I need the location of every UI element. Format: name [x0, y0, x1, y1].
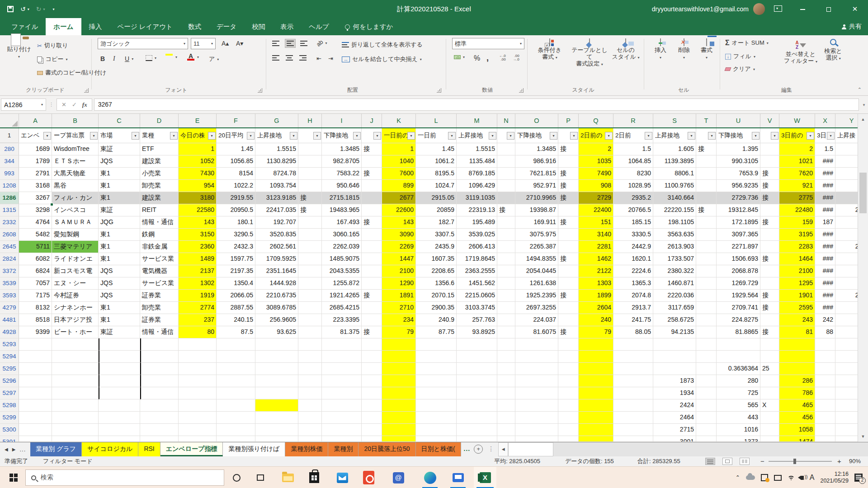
cell-B2608[interactable]: 愛知製鋼: [52, 229, 99, 241]
cell-H5297[interactable]: [298, 387, 322, 399]
number-format-combo[interactable]: 標準▾: [452, 38, 524, 49]
cell-K2824[interactable]: 1447: [382, 253, 416, 265]
cell-V4279[interactable]: 接: [760, 302, 779, 314]
cell-I3539[interactable]: 1255.872: [322, 277, 362, 290]
cell-A1315[interactable]: 3298: [19, 204, 52, 216]
cell-P5298[interactable]: [558, 399, 579, 412]
wrap-text-button[interactable]: 折り返して全体を表示する: [342, 41, 423, 49]
cell-L5300[interactable]: [416, 424, 457, 436]
cell-P5293[interactable]: [558, 338, 579, 351]
cell-W5293[interactable]: [779, 338, 815, 351]
cell-B2645[interactable]: 三菱マテリア: [52, 241, 99, 253]
cell-O5298[interactable]: [515, 399, 558, 412]
row-header-1[interactable]: 1: [0, 128, 19, 143]
cell-E2332[interactable]: 143: [179, 216, 217, 229]
cell-C3539[interactable]: JQS: [99, 277, 140, 290]
cell-S2645[interactable]: 2613.903: [653, 241, 696, 253]
filter-cell-E1[interactable]: 今日の株▾: [179, 128, 217, 143]
cell-U4279[interactable]: 2709.741: [717, 302, 760, 314]
edge-browser-button[interactable]: [420, 467, 440, 488]
cell-G1286[interactable]: 3123.9185: [255, 192, 298, 204]
cell-X4928[interactable]: 88: [815, 326, 835, 338]
cell-K5299[interactable]: [382, 412, 416, 424]
sheet-tab-4[interactable]: エンベロープ指標: [160, 442, 223, 456]
cell-J5296[interactable]: [362, 375, 382, 387]
cell-E1315[interactable]: 22580: [179, 204, 217, 216]
cell-F2608[interactable]: 3290.5: [217, 229, 255, 241]
cell-K1208[interactable]: 899: [382, 180, 416, 192]
cell-S5296[interactable]: 1873: [653, 375, 696, 387]
filter-button-A[interactable]: ▾: [43, 132, 51, 140]
cell-W4481[interactable]: 243: [779, 314, 815, 326]
cell-W5299[interactable]: 456: [779, 412, 815, 424]
cell-D5298[interactable]: [140, 399, 179, 412]
cell-N2645[interactable]: [497, 241, 515, 253]
zoom-in-icon[interactable]: +: [837, 456, 841, 466]
cell-L5301[interactable]: [416, 436, 457, 442]
clear-button[interactable]: クリア▾: [725, 65, 755, 73]
cell-C993[interactable]: 東1: [99, 168, 140, 180]
cell-D1315[interactable]: REIT: [140, 204, 179, 216]
cell-M1315[interactable]: 22319.13: [457, 204, 497, 216]
cell-B280[interactable]: WisdomTree: [52, 143, 99, 155]
column-header-F[interactable]: F: [217, 114, 255, 127]
cell-V5293[interactable]: [760, 338, 779, 351]
task-view-button[interactable]: [251, 467, 269, 488]
cell-V344[interactable]: [760, 155, 779, 168]
cell-G3593[interactable]: 2210.6735: [255, 290, 298, 302]
cell-I5297[interactable]: [322, 387, 362, 399]
cell-W5300[interactable]: 1058: [779, 424, 815, 436]
cell-N5294[interactable]: [497, 351, 515, 363]
cell-S3372[interactable]: 2380.322: [653, 265, 696, 277]
filter-button-Q[interactable]: ▾: [605, 132, 613, 140]
font-size-combo[interactable]: 11▾: [191, 38, 216, 49]
cell-G280[interactable]: 1.5515: [255, 143, 298, 155]
tab-insert[interactable]: 挿入: [81, 18, 110, 35]
filter-cell-N1[interactable]: ▾: [497, 128, 515, 143]
cell-K2645[interactable]: 2269: [382, 241, 416, 253]
cell-V1315[interactable]: [760, 204, 779, 216]
store-button[interactable]: [304, 467, 325, 488]
cell-P993[interactable]: 接: [558, 168, 579, 180]
cell-V993[interactable]: 接: [760, 168, 779, 180]
cell-L5298[interactable]: [416, 399, 457, 412]
cell-F5297[interactable]: [217, 387, 255, 399]
close-button[interactable]: ✕: [842, 0, 868, 18]
cell-L1315[interactable]: 20859: [416, 204, 457, 216]
cell-W3372[interactable]: 2100: [779, 265, 815, 277]
cell-G1315[interactable]: 22417.035: [255, 204, 298, 216]
cell-M2608[interactable]: 3539.025: [457, 229, 497, 241]
cell-U3372[interactable]: 2068.878: [717, 265, 760, 277]
filter-cell-K1[interactable]: 一日前の▾: [382, 128, 416, 143]
save-icon[interactable]: [7, 6, 14, 12]
cell-D5299[interactable]: [140, 412, 179, 424]
row-header-5301[interactable]: 5301: [0, 436, 19, 442]
cell-S5300[interactable]: 2715: [653, 424, 696, 436]
cell-H5296[interactable]: [298, 375, 322, 387]
row-header-1315[interactable]: 1315: [0, 204, 19, 216]
cell-U4928[interactable]: 81.8865: [717, 326, 760, 338]
cell-B3593[interactable]: 今村証券: [52, 290, 99, 302]
cell-G5294[interactable]: [255, 351, 298, 363]
clock[interactable]: 12:162021/05/29: [820, 471, 849, 484]
cell-H5295[interactable]: [298, 363, 322, 375]
cell-C4928[interactable]: 東証: [99, 326, 140, 338]
cell-G5297[interactable]: [255, 387, 298, 399]
cell-S993[interactable]: 8806.1: [653, 168, 696, 180]
cell-W5296[interactable]: 286: [779, 375, 815, 387]
filter-button-N[interactable]: ▾: [507, 132, 514, 140]
cell-T4481[interactable]: [696, 314, 717, 326]
cell-W5295[interactable]: [779, 363, 815, 375]
cell-F4481[interactable]: 240.15: [217, 314, 255, 326]
clipboard-dialog-launcher-icon[interactable]: [84, 88, 89, 93]
cell-J993[interactable]: 接: [362, 168, 382, 180]
cell-W5294[interactable]: [779, 351, 815, 363]
cell-N3593[interactable]: [497, 290, 515, 302]
cell-Q3539[interactable]: 1303: [579, 277, 613, 290]
cell-Q1315[interactable]: 22400: [579, 204, 613, 216]
cell-H3539[interactable]: [298, 277, 322, 290]
delete-cells-button[interactable]: ✕ 削除▾: [674, 39, 694, 60]
filter-cell-H1[interactable]: ▾: [298, 128, 322, 143]
cell-S3539[interactable]: 1460.871: [653, 277, 696, 290]
collapse-ribbon-icon[interactable]: ⌃: [858, 87, 862, 93]
